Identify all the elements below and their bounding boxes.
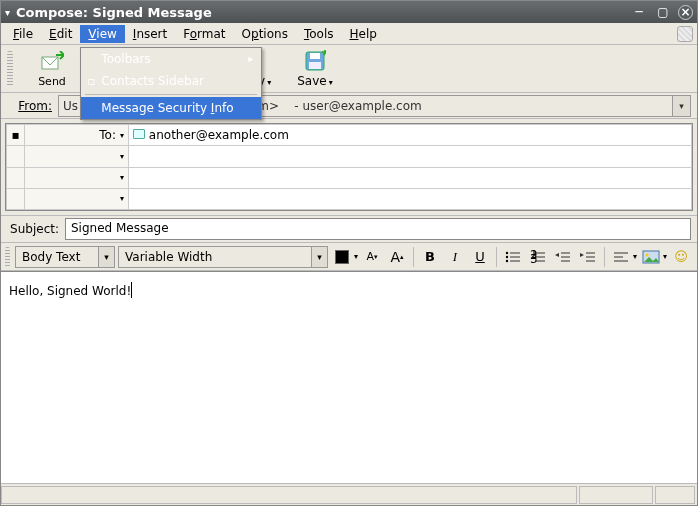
save-button[interactable]: Save▾ bbox=[288, 47, 342, 91]
bold-button[interactable]: B bbox=[419, 246, 441, 268]
body-text: Hello, Signed World! bbox=[9, 284, 131, 298]
row-grip-icon[interactable]: ▪ bbox=[7, 125, 25, 146]
menu-insert[interactable]: Insert bbox=[125, 25, 175, 43]
separator bbox=[413, 247, 414, 267]
recipient-row[interactable]: ▾ bbox=[7, 188, 692, 209]
bullet-list-icon bbox=[505, 250, 521, 264]
subject-value: Signed Message bbox=[71, 221, 169, 235]
recipient-row[interactable]: ▪ To:▾ another@example.com bbox=[7, 125, 692, 146]
maximize-button[interactable]: ▢ bbox=[654, 4, 672, 20]
checkbox-icon: ▫ bbox=[85, 74, 97, 88]
recipient-address-cell[interactable] bbox=[129, 188, 692, 209]
menu-separator bbox=[85, 94, 257, 95]
save-label: Save bbox=[297, 74, 326, 88]
recipient-type-combo[interactable]: ▾ bbox=[29, 173, 124, 182]
view-toolbars-label: Toolbars bbox=[101, 52, 150, 66]
dropdown-arrow-icon: ▾ bbox=[120, 173, 124, 182]
color-swatch-icon bbox=[335, 250, 349, 264]
menu-format[interactable]: Format bbox=[175, 25, 233, 43]
window-title: Compose: Signed Message bbox=[16, 5, 624, 20]
from-label: From: bbox=[7, 99, 52, 113]
view-dropdown: Toolbars ▸ ▫ Contacts Sidebar Message Se… bbox=[80, 47, 262, 120]
menu-help[interactable]: Help bbox=[341, 25, 384, 43]
align-left-icon bbox=[613, 250, 629, 264]
font-family-value: Variable Width bbox=[125, 250, 212, 264]
font-larger-button[interactable]: A▴ bbox=[386, 246, 408, 268]
format-toolbar: Body Text▾ Variable Width▾ ▾ A▾ A▴ B I U… bbox=[1, 243, 697, 271]
activity-throbber-icon bbox=[677, 26, 693, 42]
dropdown-arrow-icon: ▾ bbox=[120, 194, 124, 203]
combo-arrow-icon[interactable]: ▾ bbox=[98, 247, 114, 267]
send-label: Send bbox=[38, 75, 66, 88]
menu-view[interactable]: View Toolbars ▸ ▫ Contacts Sidebar Messa… bbox=[80, 25, 124, 43]
svg-rect-4 bbox=[309, 62, 321, 69]
insert-image-button[interactable] bbox=[640, 246, 662, 268]
font-smaller-button[interactable]: A▾ bbox=[361, 246, 383, 268]
status-bar bbox=[1, 483, 697, 505]
menu-tools[interactable]: Tools bbox=[296, 25, 342, 43]
message-body[interactable]: Hello, Signed World! bbox=[1, 271, 697, 483]
number-list-icon: 123 bbox=[530, 250, 546, 264]
dropdown-arrow-icon: ▾ bbox=[120, 131, 124, 140]
separator bbox=[604, 247, 605, 267]
dropdown-arrow-icon: ▾ bbox=[329, 78, 333, 87]
send-icon bbox=[40, 50, 64, 74]
bullet-list-button[interactable] bbox=[502, 246, 524, 268]
insert-smiley-button[interactable]: ☺ bbox=[670, 246, 692, 268]
svg-point-27 bbox=[646, 253, 649, 256]
paragraph-style-combo[interactable]: Body Text▾ bbox=[15, 246, 115, 268]
window-menu-icon[interactable]: ▾ bbox=[5, 7, 10, 18]
font-family-combo[interactable]: Variable Width▾ bbox=[118, 246, 328, 268]
view-contacts-sidebar-item[interactable]: ▫ Contacts Sidebar bbox=[81, 70, 261, 92]
separator bbox=[496, 247, 497, 267]
view-msg-security-label: Message Security Info bbox=[101, 101, 233, 115]
recipient-type-combo[interactable]: ▾ bbox=[29, 152, 124, 161]
minimize-button[interactable]: ─ bbox=[630, 4, 648, 20]
para-style-value: Body Text bbox=[22, 250, 80, 264]
recipient-address-cell[interactable] bbox=[129, 146, 692, 167]
dropdown-arrow-icon: ▾ bbox=[267, 78, 271, 87]
view-toolbars-item[interactable]: Toolbars ▸ bbox=[81, 48, 261, 70]
status-progress-pane bbox=[579, 486, 653, 504]
subject-input[interactable]: Signed Message bbox=[65, 218, 691, 240]
underline-button[interactable]: U bbox=[469, 246, 491, 268]
menu-options[interactable]: Options bbox=[234, 25, 296, 43]
dropdown-arrow-icon[interactable]: ▾ bbox=[354, 252, 358, 261]
svg-point-5 bbox=[506, 251, 508, 253]
send-button[interactable]: Send bbox=[25, 47, 79, 91]
italic-button[interactable]: I bbox=[444, 246, 466, 268]
indent-button[interactable] bbox=[577, 246, 599, 268]
number-list-button[interactable]: 123 bbox=[527, 246, 549, 268]
subject-label: Subject: bbox=[7, 222, 59, 236]
text-color-button[interactable] bbox=[331, 246, 353, 268]
title-bar: ▾ Compose: Signed Message ─ ▢ × bbox=[1, 1, 697, 23]
dropdown-arrow-icon[interactable]: ▾ bbox=[633, 252, 637, 261]
combo-arrow-icon[interactable]: ▾ bbox=[672, 96, 690, 116]
recipient-type-combo[interactable]: To:▾ bbox=[29, 128, 124, 142]
menu-edit[interactable]: Edit bbox=[41, 25, 80, 43]
recipients-grid: ▪ To:▾ another@example.com ▾ ▾ ▾ bbox=[5, 123, 693, 211]
recipient-row[interactable]: ▾ bbox=[7, 146, 692, 167]
dropdown-arrow-icon[interactable]: ▾ bbox=[663, 252, 667, 261]
menu-file[interactable]: File bbox=[5, 25, 41, 43]
submenu-arrow-icon: ▸ bbox=[248, 53, 253, 64]
view-message-security-info-item[interactable]: Message Security Info bbox=[81, 97, 261, 119]
dropdown-arrow-icon: ▾ bbox=[120, 152, 124, 161]
recipient-row[interactable]: ▾ bbox=[7, 167, 692, 188]
combo-arrow-icon[interactable]: ▾ bbox=[311, 247, 327, 267]
recipient-type-combo[interactable]: ▾ bbox=[29, 194, 124, 203]
subject-row: Subject: Signed Message bbox=[1, 215, 697, 243]
contact-card-icon bbox=[133, 129, 145, 139]
align-button[interactable] bbox=[610, 246, 632, 268]
outdent-icon bbox=[555, 250, 571, 264]
recipient-address-cell[interactable]: another@example.com bbox=[129, 125, 692, 146]
image-icon bbox=[642, 250, 660, 264]
recipient-address-cell[interactable] bbox=[129, 167, 692, 188]
toolbar-grip-icon[interactable] bbox=[7, 51, 13, 87]
outdent-button[interactable] bbox=[552, 246, 574, 268]
status-main-pane bbox=[1, 486, 577, 504]
save-icon bbox=[303, 49, 327, 73]
toolbar-grip-icon[interactable] bbox=[5, 247, 10, 267]
close-button[interactable]: × bbox=[678, 5, 693, 20]
status-security-pane bbox=[655, 486, 695, 504]
